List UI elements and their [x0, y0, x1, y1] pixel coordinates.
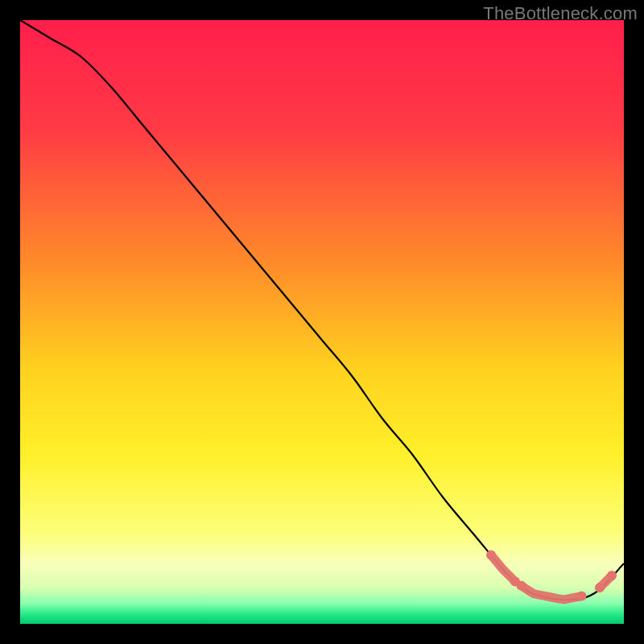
chart-frame: TheBottleneck.com	[0, 0, 644, 644]
bottleneck-curve	[20, 20, 624, 600]
watermark-text: TheBottleneck.com	[483, 3, 638, 24]
highlight-segment	[522, 586, 582, 600]
plot-inner	[20, 20, 624, 624]
curve-layer	[20, 20, 624, 624]
highlight-segment	[491, 555, 515, 582]
plot-area	[20, 20, 624, 624]
highlight-cap	[607, 571, 617, 580]
highlight-cap	[577, 592, 587, 601]
highlight-cap	[595, 583, 605, 592]
highlight-markers	[486, 551, 617, 601]
highlight-cap	[486, 551, 496, 560]
highlight-cap	[517, 581, 526, 591]
